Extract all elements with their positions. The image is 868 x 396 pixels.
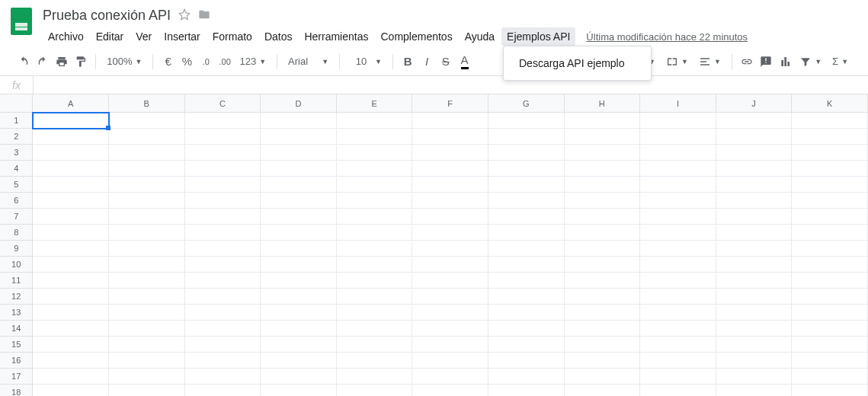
col-header-C[interactable]: C	[185, 94, 261, 112]
decrease-decimal-button[interactable]: .0	[197, 52, 215, 72]
cell-A5[interactable]	[33, 177, 109, 193]
cell-E17[interactable]	[337, 369, 413, 385]
redo-button[interactable]	[34, 52, 52, 72]
col-header-H[interactable]: H	[565, 94, 641, 112]
menu-insertar[interactable]: Insertar	[159, 27, 205, 46]
cell-A7[interactable]	[33, 209, 109, 225]
row-header-14[interactable]: 14	[0, 321, 33, 337]
cell-H15[interactable]	[565, 337, 641, 353]
menu-complementos[interactable]: Complementos	[375, 27, 457, 46]
cell-I10[interactable]	[640, 257, 716, 273]
cell-G1[interactable]	[488, 113, 565, 129]
cell-F3[interactable]	[412, 145, 488, 161]
row-header-15[interactable]: 15	[0, 337, 33, 353]
cell-A1[interactable]	[33, 113, 109, 129]
cell-H11[interactable]	[565, 273, 641, 289]
cell-J13[interactable]	[716, 305, 793, 321]
cell-D12[interactable]	[261, 289, 337, 305]
menu-datos[interactable]: Datos	[259, 27, 298, 46]
cell-E18[interactable]	[337, 385, 413, 396]
insert-comment-button[interactable]	[757, 52, 775, 72]
cell-F14[interactable]	[412, 321, 488, 337]
cell-E6[interactable]	[337, 193, 413, 209]
cell-C14[interactable]	[185, 321, 261, 337]
cell-C16[interactable]	[185, 353, 261, 369]
cell-F10[interactable]	[412, 257, 488, 273]
row-header-8[interactable]: 8	[0, 225, 33, 241]
menu-herramientas[interactable]: Herramientas	[299, 27, 373, 46]
merge-cells-button[interactable]: ▼	[661, 52, 693, 72]
cell-C1[interactable]	[185, 113, 261, 129]
cell-I5[interactable]	[640, 177, 716, 193]
cell-F15[interactable]	[412, 337, 488, 353]
cell-J3[interactable]	[716, 145, 793, 161]
cell-F18[interactable]	[412, 385, 488, 396]
row-header-3[interactable]: 3	[0, 145, 33, 161]
cell-F12[interactable]	[412, 289, 488, 305]
cell-C2[interactable]	[185, 129, 261, 145]
cell-A3[interactable]	[33, 145, 109, 161]
cell-G10[interactable]	[488, 257, 565, 273]
cell-D18[interactable]	[261, 385, 337, 396]
doc-title[interactable]: Prueba conexión API	[43, 8, 171, 24]
cell-I15[interactable]	[640, 337, 716, 353]
cell-B11[interactable]	[109, 273, 185, 289]
row-header-11[interactable]: 11	[0, 273, 33, 289]
cell-B13[interactable]	[109, 305, 185, 321]
zoom-select[interactable]: 100%▼	[102, 52, 146, 72]
paint-format-button[interactable]	[72, 52, 89, 72]
cell-B15[interactable]	[109, 337, 185, 353]
cell-I16[interactable]	[640, 353, 716, 369]
cell-F16[interactable]	[412, 353, 488, 369]
cell-F4[interactable]	[412, 161, 488, 177]
cell-H6[interactable]	[565, 193, 641, 209]
cell-A14[interactable]	[33, 321, 109, 337]
cell-B7[interactable]	[109, 209, 185, 225]
cell-J6[interactable]	[716, 193, 793, 209]
cell-C8[interactable]	[185, 225, 261, 241]
cell-F1[interactable]	[412, 113, 488, 129]
cell-J1[interactable]	[716, 113, 793, 129]
cell-D16[interactable]	[261, 353, 337, 369]
cell-D1[interactable]	[261, 113, 337, 129]
cell-G14[interactable]	[488, 321, 565, 337]
cell-E3[interactable]	[337, 145, 413, 161]
cell-B17[interactable]	[109, 369, 185, 385]
col-header-A[interactable]: A	[33, 94, 109, 112]
cell-A4[interactable]	[33, 161, 109, 177]
cell-B10[interactable]	[109, 257, 185, 273]
cell-J5[interactable]	[716, 177, 793, 193]
col-header-D[interactable]: D	[261, 94, 337, 112]
cell-G7[interactable]	[488, 209, 565, 225]
cell-D2[interactable]	[261, 129, 337, 145]
cell-E10[interactable]	[337, 257, 413, 273]
cell-C15[interactable]	[185, 337, 261, 353]
increase-decimal-button[interactable]: .00	[216, 52, 234, 72]
cell-C4[interactable]	[185, 161, 261, 177]
cell-I12[interactable]	[640, 289, 716, 305]
row-header-16[interactable]: 16	[0, 353, 33, 369]
cell-I4[interactable]	[640, 161, 716, 177]
sheets-logo[interactable]	[6, 6, 37, 37]
bold-button[interactable]: B	[399, 52, 417, 72]
cell-J4[interactable]	[716, 161, 793, 177]
cell-C3[interactable]	[185, 145, 261, 161]
cell-B9[interactable]	[109, 241, 185, 257]
strikethrough-button[interactable]: S	[437, 52, 454, 72]
row-header-9[interactable]: 9	[0, 241, 33, 257]
move-folder-icon[interactable]	[198, 8, 210, 23]
cell-H8[interactable]	[565, 225, 641, 241]
cell-A16[interactable]	[33, 353, 109, 369]
cell-E4[interactable]	[337, 161, 413, 177]
cell-K16[interactable]	[792, 353, 868, 369]
cell-D14[interactable]	[261, 321, 337, 337]
cell-B6[interactable]	[109, 193, 185, 209]
cell-G15[interactable]	[488, 337, 565, 353]
col-header-G[interactable]: G	[488, 94, 565, 112]
cell-D13[interactable]	[261, 305, 337, 321]
cell-A15[interactable]	[33, 337, 109, 353]
cell-A18[interactable]	[33, 385, 109, 396]
menu-editar[interactable]: Editar	[91, 27, 130, 46]
cell-K12[interactable]	[792, 289, 868, 305]
cell-C12[interactable]	[185, 289, 261, 305]
